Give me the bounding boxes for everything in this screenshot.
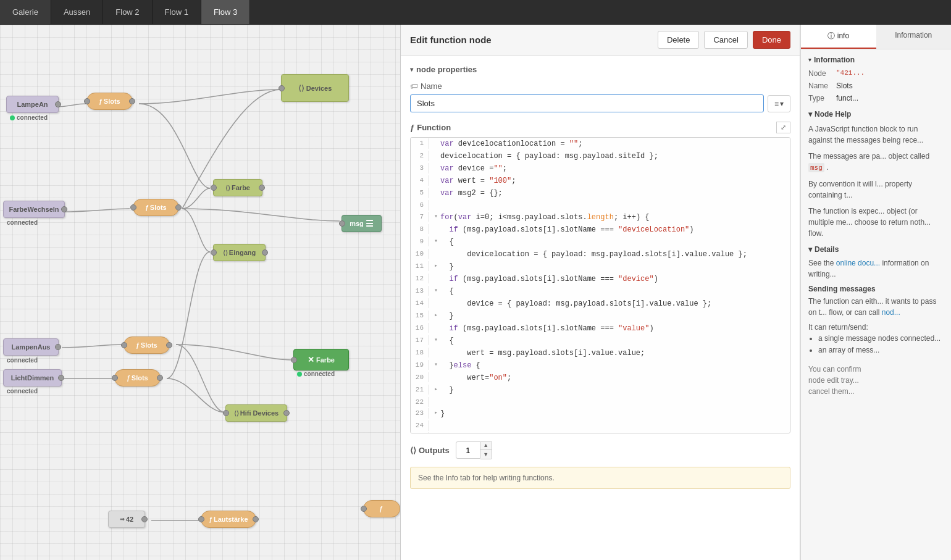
info-tab-information[interactable]: Information [876,25,952,49]
bullet-1: a single message nodes connected... [818,333,944,345]
info-type-row: Type funct... [808,94,944,102]
node-hifiDevices[interactable]: ⟨⟩ Hifi Devices [225,404,287,422]
node-slots4[interactable]: ƒ Slots [114,369,161,387]
node-slots5[interactable]: ƒ [363,500,400,517]
input-type-button[interactable]: ≡ ▾ [768,95,790,112]
tab-galerie[interactable]: Galerie [0,0,51,24]
function-icon: ƒ [410,123,414,132]
node-slots2[interactable]: ƒ Slots [133,199,179,216]
tab-flow3[interactable]: Flow 3 [201,0,250,24]
code-line-1: 1 var devicelocationlocation = ""; [411,138,790,150]
node-eingang[interactable]: ⟨⟩ Eingang [213,244,266,261]
code-editor[interactable]: 1 var devicelocationlocation = ""; 2 dev… [410,137,790,433]
port-lautstaerke-left [198,516,204,522]
code-line-3: 3 var device =""; [411,162,790,175]
port-slots1-right [129,98,135,104]
code-line-16: 16 if (msg.payload.slots[i].slotName ===… [411,322,790,335]
port-hifiDevices-left [223,410,229,416]
port-farbe1-right [259,185,265,191]
node-help-p3: By convention it will l... property cont… [808,178,944,201]
port-farbe1-left [211,185,217,191]
code-line-15: 15 ▸ } [411,310,790,322]
port-slots4-left [112,375,118,381]
node-properties-label: node properties [416,65,477,74]
tab-flow1[interactable]: Flow 1 [153,0,201,24]
done-button[interactable]: Done [753,31,790,49]
code-line-13: 13 ▾ { [411,285,790,298]
bullets-list: a single message nodes connected... an a… [808,333,944,356]
code-line-9: 9 ▾ { [411,236,790,248]
node-farbeWechseln[interactable]: FarbeWechseln connected [3,201,65,218]
port-slots2-left [130,204,136,211]
outputs-icon: ⟨⟩ [410,446,416,455]
info-message: See the Info tab for help writing functi… [418,474,555,482]
port-inject42-right [141,516,148,522]
port-eingang-left [211,249,217,256]
return-label: It can return/send: [808,322,944,333]
node-help-p2: The messages are pa... object called msg… [808,151,944,173]
code-line-10: 10 devicelocation = { payload: msg.paylo… [411,248,790,261]
top-bar: Galerie Aussen Flow 2 Flow 1 Flow 3 [0,0,951,25]
port-lichtDimmen-right [58,375,64,381]
port-lampenAus-right [55,344,61,350]
edit-panel-body: ▾ node properties 🏷 Name ≡ ▾ ƒ Function [401,56,800,560]
node-farbe1[interactable]: ⟨⟩ Farbe [213,179,262,196]
node-lampenAus[interactable]: LampenAus connected [3,338,59,356]
delete-button[interactable]: Delete [658,31,700,49]
online-docs-link[interactable]: online docu... [836,259,880,267]
edit-panel-buttons: Delete Cancel Done [658,31,790,49]
stepper-down-button[interactable]: ▼ [480,450,492,459]
outputs-input[interactable] [456,441,480,459]
cancel-button[interactable]: Cancel [704,31,747,49]
outputs-stepper: ▲ ▼ [456,441,492,459]
code-line-12: 12 if (msg.payload.slots[i].slotName ===… [411,273,790,285]
edit-panel-title: Edit function node [410,35,492,45]
node-lautstaerke[interactable]: ƒ Lautstärke [201,511,256,528]
code-line-22: 22 [411,396,790,408]
tab-flow2[interactable]: Flow 2 [103,0,152,24]
port-hifiDevices-right [283,410,290,416]
code-line-18: 18 wert = msg.payload.slots[i].value.val… [411,347,790,359]
function-label: ƒ Function [410,123,451,132]
outputs-label: ⟨⟩ Outputs [410,446,450,455]
info-tab-info[interactable]: ⓘ info [801,25,876,49]
port-farbe2-left [291,357,297,363]
info-node-row: Node "421... [808,69,944,78]
node-lampeAn[interactable]: LampeAn connected [6,96,59,113]
tab-aussen[interactable]: Aussen [51,0,103,24]
node-lichtDimmen[interactable]: LichtDimmen connected [3,369,62,387]
code-line-19: 19 ▾ }else { [411,359,790,372]
port-lautstaerke-right [253,516,259,522]
code-line-25: 25 [411,432,790,434]
port-farbeWechseln-right [61,206,67,212]
information-section: ▾ Information [808,56,944,64]
name-input-row: ≡ ▾ [410,94,790,112]
expand-button[interactable]: ⤢ [776,122,790,133]
node-slots3[interactable]: ƒ Slots [124,336,170,354]
canvas-area[interactable]: LampeAn connected ƒ Slots ⟨⟩ Devices Far… [0,25,400,560]
port-msg-left [339,220,345,227]
node-help-p1: A JavaScript function block to run again… [808,123,944,146]
confirm-text: You can confirmnode edit tray...cancel t… [808,364,944,397]
code-line-17: 17 ▾ { [411,335,790,347]
input-type-icon: ≡ [774,99,779,108]
node-devices[interactable]: ⟨⟩ Devices [281,74,349,102]
stepper-buttons: ▲ ▼ [480,441,492,459]
main-layout: LampeAn connected ƒ Slots ⟨⟩ Devices Far… [0,25,951,560]
node-msg[interactable]: msg ☰ [341,215,382,232]
details-section: ▾ Details [808,245,944,254]
node-help-p4: The function is expec... object (or mult… [808,206,944,239]
node-help-section: ▾ Node Help [808,110,944,119]
chevron-down-icon: ▾ [780,99,784,108]
sending-messages-title: Sending messages [808,285,944,293]
node-farbe2[interactable]: ✕ Farbe connected [293,349,349,370]
code-line-5: 5 var msg2 = {}; [411,187,790,199]
tag-icon: 🏷 [410,81,418,91]
sending-msg-text: The function can eith... it wants to pas… [808,296,944,318]
name-input[interactable] [410,94,764,112]
node-slots1[interactable]: ƒ Slots [86,93,133,110]
port-lampeAn-right [55,101,61,107]
port-eingang-right [262,249,268,256]
stepper-up-button[interactable]: ▲ [480,441,492,450]
node-inject-42[interactable]: ⇒ 42 [108,511,145,528]
